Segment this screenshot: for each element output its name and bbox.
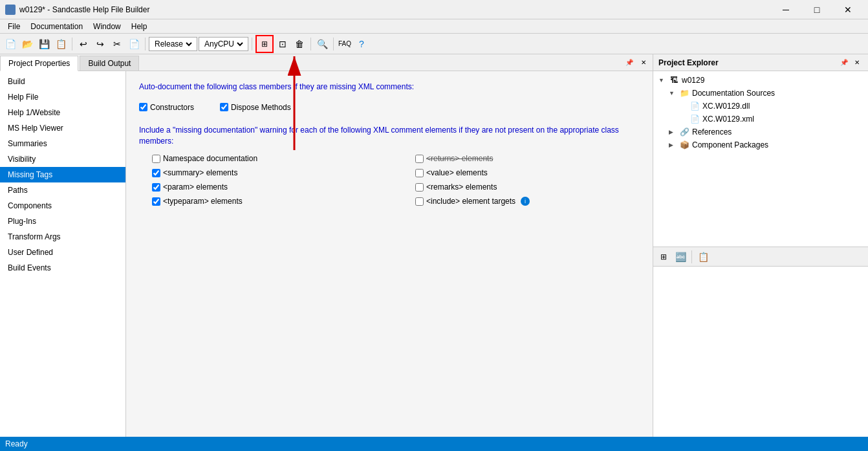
menu-documentation[interactable]: Documentation xyxy=(25,19,88,34)
tree-node-component-packages[interactable]: ▶ 📦 Component Packages xyxy=(666,138,865,151)
sidebar-item-build-events[interactable]: Build Events xyxy=(0,260,125,276)
checkbox-namespace-doc[interactable]: Namespace documentation xyxy=(152,154,376,163)
include-label: <include> element targets xyxy=(426,197,515,206)
faq-button[interactable]: FAQ xyxy=(337,36,353,52)
pin-panel-button[interactable]: 📌 xyxy=(838,57,850,69)
namespace-doc-checkbox[interactable] xyxy=(152,155,160,163)
content-area: Auto-document the following class member… xyxy=(126,71,653,437)
expand-dll xyxy=(679,103,689,109)
root-label: w0129 xyxy=(682,76,704,85)
missing-doc-description: Include a "missing documentation" warnin… xyxy=(139,125,640,147)
checkbox-returns[interactable]: <returns> elements xyxy=(415,154,640,163)
xml-file-icon: 📄 xyxy=(689,114,700,124)
tab-build-output-label: Build Output xyxy=(88,59,131,68)
close-panel-button[interactable]: ✕ xyxy=(851,57,863,69)
dispose-methods-checkbox[interactable] xyxy=(220,103,228,111)
checkbox-dispose-methods[interactable]: Dispose Methods xyxy=(220,103,291,112)
sidebar-item-plugins[interactable]: Plug-Ins xyxy=(0,214,125,229)
help-button[interactable]: ? xyxy=(354,36,369,52)
sidebar-item-build[interactable]: Build xyxy=(0,74,125,89)
save-button[interactable]: 💾 xyxy=(36,36,52,52)
sidebar-item-help-file[interactable]: Help File xyxy=(0,89,125,105)
folder-icon: 📁 xyxy=(679,88,689,98)
expand-root[interactable]: ▼ xyxy=(658,77,669,83)
sidebar-item-missing-tags[interactable]: Missing Tags xyxy=(0,167,125,182)
status-text: Ready xyxy=(5,439,28,448)
include-checkbox[interactable] xyxy=(415,197,424,206)
sidebar-item-transform-args[interactable]: Transform Args xyxy=(0,229,125,245)
build-config-dropdown[interactable]: Release Debug xyxy=(149,37,197,51)
value-checkbox[interactable] xyxy=(415,169,424,177)
sidebar-item-paths[interactable]: Paths xyxy=(0,182,125,198)
checkbox-param[interactable]: <param> elements xyxy=(152,182,376,192)
remarks-checkbox[interactable] xyxy=(415,183,424,192)
checkbox-value[interactable]: <value> elements xyxy=(415,168,640,177)
expand-packages[interactable]: ▶ xyxy=(669,142,679,148)
packages-icon: 📦 xyxy=(679,140,689,150)
platform-dropdown[interactable]: AnyCPU x86 x64 xyxy=(199,37,248,51)
include-info-icon[interactable]: i xyxy=(521,197,530,206)
checkbox-summary[interactable]: <summary> elements xyxy=(152,168,376,177)
menu-help[interactable]: Help xyxy=(126,19,153,34)
remarks-label: <remarks> elements xyxy=(426,182,497,192)
new-button[interactable]: 📄 xyxy=(3,36,18,52)
build-config-select[interactable]: Release Debug xyxy=(152,39,194,49)
checkbox-include[interactable]: <include> element targets i xyxy=(415,197,640,206)
sidebar-item-ms-help[interactable]: MS Help Viewer xyxy=(0,120,125,136)
tab-project-properties[interactable]: Project Properties xyxy=(0,56,78,71)
open-button[interactable]: 📂 xyxy=(19,36,35,52)
sidebar-item-visibility[interactable]: Visibility xyxy=(0,151,125,167)
toolbar-sep-1 xyxy=(72,38,72,50)
auto-doc-checkboxes: Constructors Dispose Methods xyxy=(139,103,640,112)
returns-checkbox[interactable] xyxy=(415,155,424,163)
sort-button[interactable]: ⊞ xyxy=(656,249,671,265)
tree-node-dll[interactable]: 📄 XC.W0129.dll xyxy=(677,100,865,113)
window-title: w0129* - Sandcastle Help File Builder xyxy=(19,5,149,14)
search-button[interactable]: 🔍 xyxy=(314,36,330,52)
close-button[interactable]: ✕ xyxy=(833,0,863,19)
menu-file[interactable]: File xyxy=(3,19,25,34)
cut-button[interactable]: ✂ xyxy=(109,36,125,52)
tab-build-output[interactable]: Build Output xyxy=(80,56,139,71)
expand-references[interactable]: ▶ xyxy=(669,129,679,135)
build-button[interactable]: ⊞ xyxy=(255,35,274,53)
toolbar-sep-2 xyxy=(145,38,146,50)
minimize-button[interactable]: ─ xyxy=(771,0,801,19)
param-checkbox[interactable] xyxy=(152,183,160,192)
save-as-button[interactable]: 📋 xyxy=(53,36,69,52)
title-bar: w0129* - Sandcastle Help File Builder ─ … xyxy=(0,0,868,19)
properties-button[interactable]: 📋 xyxy=(695,249,711,265)
sidebar-item-summaries[interactable]: Summaries xyxy=(0,136,125,151)
tree-node-references[interactable]: ▶ 🔗 References xyxy=(666,126,865,138)
summary-checkbox[interactable] xyxy=(152,169,160,177)
project-explorer-title: Project Explorer xyxy=(658,58,719,67)
tree-node-doc-sources[interactable]: ▼ 📁 Documentation Sources xyxy=(666,87,865,100)
toolbar-sep-4 xyxy=(310,38,311,50)
constructors-checkbox[interactable] xyxy=(139,103,147,111)
expand-doc-sources[interactable]: ▼ xyxy=(669,90,679,96)
tree-node-xml[interactable]: 📄 XC.W0129.xml xyxy=(677,113,865,126)
checkbox-remarks[interactable]: <remarks> elements xyxy=(415,182,640,192)
clean-button[interactable]: 🗑 xyxy=(292,36,307,52)
redo-button[interactable]: ↪ xyxy=(92,36,108,52)
maximize-button[interactable]: □ xyxy=(802,0,832,19)
platform-select[interactable]: AnyCPU x86 x64 xyxy=(202,39,245,49)
dispose-methods-label: Dispose Methods xyxy=(231,103,291,112)
sort-az-button[interactable]: 🔤 xyxy=(673,249,688,265)
panel-close-button[interactable]: ✕ xyxy=(637,56,650,69)
namespace-doc-label: Namespace documentation xyxy=(163,154,257,163)
undo-button[interactable]: ↩ xyxy=(76,36,91,52)
sidebar-item-components[interactable]: Components xyxy=(0,198,125,214)
app-icon xyxy=(5,5,16,15)
menu-window[interactable]: Window xyxy=(88,19,126,34)
typeparam-checkbox[interactable] xyxy=(152,197,160,206)
copy-button[interactable]: 📄 xyxy=(126,36,142,52)
panel-pin-button[interactable]: 📌 xyxy=(623,56,636,69)
checkbox-typeparam[interactable]: <typeparam> elements xyxy=(152,197,376,206)
tree-node-root[interactable]: ▼ 🏗 w0129 xyxy=(656,74,865,87)
sidebar-item-user-defined[interactable]: User Defined xyxy=(0,245,125,260)
cancel-build-button[interactable]: ⊡ xyxy=(275,36,290,52)
sidebar-item-help-website[interactable]: Help 1/Website xyxy=(0,105,125,120)
checkbox-constructors[interactable]: Constructors xyxy=(139,103,194,112)
right-toolbar-sep xyxy=(691,250,692,263)
